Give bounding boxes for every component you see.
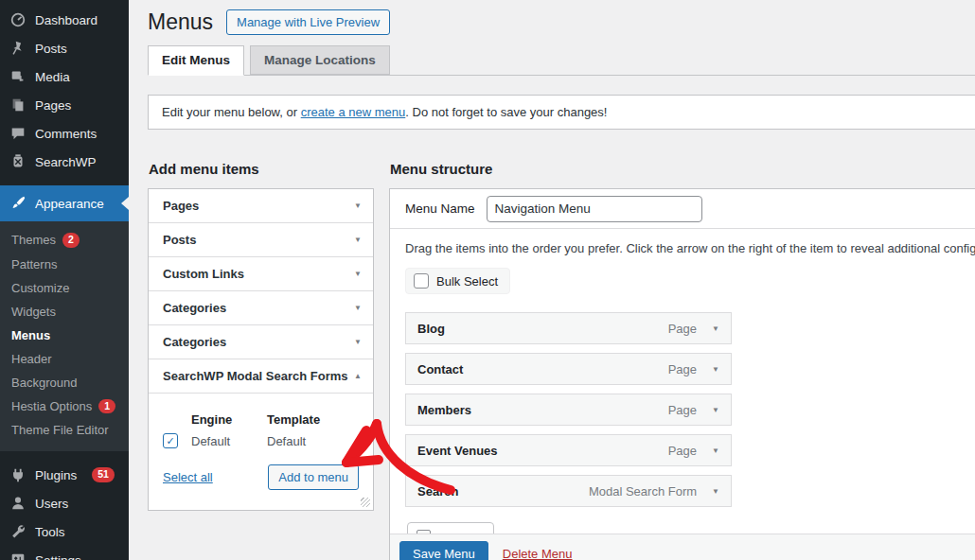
chevron-up-icon: ▲ <box>354 372 362 380</box>
menu-actions-footer: Save Menu Delete Menu <box>390 534 975 560</box>
user-icon <box>9 495 27 512</box>
accordion-categories-1[interactable]: Categories ▼ <box>149 291 373 325</box>
submenu-item-customize[interactable]: Customize <box>0 276 129 300</box>
menu-name-label: Menu Name <box>405 201 475 216</box>
sidebar-item-users[interactable]: Users <box>0 489 129 517</box>
chevron-down-icon: ▼ <box>354 270 362 278</box>
template-value: Default <box>267 434 359 448</box>
accordion-searchwp-modal-forms[interactable]: SearchWP Modal Search Forms ▲ <box>149 359 373 394</box>
sidebar-item-settings[interactable]: Settings <box>0 546 129 560</box>
menu-item-blog[interactable]: Blog Page ▼ <box>405 312 732 344</box>
menu-item-members[interactable]: Members Page ▼ <box>405 394 732 426</box>
drag-instructions: Drag the items into the order you prefer… <box>405 241 975 255</box>
engine-value: Default <box>191 434 267 448</box>
plugin-icon <box>9 466 27 483</box>
submenu-item-background[interactable]: Background <box>0 371 129 394</box>
template-column-header: Template <box>267 412 359 427</box>
tab-bar: Edit Menus Manage Locations <box>148 45 975 76</box>
submenu-item-patterns[interactable]: Patterns <box>0 253 129 276</box>
searchwp-forms-body: Engine Template ✓ Default Default Select… <box>149 394 373 510</box>
chevron-down-icon: ▼ <box>354 236 362 244</box>
page-title: Menus <box>148 9 213 35</box>
add-menu-items-heading: Add menu items <box>149 161 374 177</box>
select-all-link[interactable]: Select all <box>163 470 213 484</box>
submenu-item-header[interactable]: Header <box>0 347 129 371</box>
themes-update-badge: 2 <box>62 233 80 248</box>
menu-item-contact[interactable]: Contact Page ▼ <box>405 353 732 385</box>
submenu-item-widgets[interactable]: Widgets <box>0 300 129 324</box>
comment-icon <box>9 125 27 142</box>
bulk-select-toggle[interactable]: Bulk Select <box>405 268 510 294</box>
admin-sidebar: Dashboard Posts Media Pages <box>0 0 129 560</box>
resize-grip[interactable] <box>361 498 370 507</box>
sidebar-item-appearance[interactable]: Appearance <box>0 185 129 221</box>
menu-structure-panel: Menu Name Drag the items into the order … <box>389 188 975 560</box>
sidebar-item-label: Posts <box>35 42 67 56</box>
add-to-menu-button[interactable]: Add to menu <box>268 464 359 490</box>
menu-structure-heading: Menu structure <box>390 161 975 177</box>
plugins-update-badge: 51 <box>92 467 115 482</box>
chevron-down-icon: ▼ <box>354 338 362 346</box>
bulk-select-checkbox[interactable] <box>414 273 429 289</box>
accordion-posts[interactable]: Posts ▼ <box>149 223 373 257</box>
submenu-item-theme-file-editor[interactable]: Theme File Editor <box>0 418 129 442</box>
form-checkbox[interactable]: ✓ <box>163 433 178 448</box>
create-new-menu-link[interactable]: create a new menu <box>301 105 406 119</box>
accordion-categories-2[interactable]: Categories ▼ <box>149 325 373 359</box>
manage-live-preview-button[interactable]: Manage with Live Preview <box>226 9 390 35</box>
chevron-down-icon[interactable]: ▼ <box>712 406 719 414</box>
wordpress-admin: Dashboard Posts Media Pages <box>0 0 975 560</box>
sidebar-item-label: Media <box>35 70 70 84</box>
menu-item-search[interactable]: Search Modal Search Form ▼ <box>405 475 732 507</box>
sidebar-item-label: Appearance <box>35 197 104 211</box>
accordion-custom-links[interactable]: Custom Links ▼ <box>149 257 373 291</box>
bulk-select-label: Bulk Select <box>436 274 498 289</box>
pin-icon <box>9 40 27 57</box>
searchwp-icon <box>9 153 27 170</box>
dashboard-icon <box>9 11 27 28</box>
appearance-submenu: Themes 2 Patterns Customize Widgets Menu… <box>0 221 129 451</box>
sidebar-item-dashboard[interactable]: Dashboard <box>0 6 129 34</box>
sidebar-item-label: Comments <box>35 127 97 141</box>
sidebar-item-searchwp[interactable]: SearchWP <box>0 148 129 176</box>
delete-menu-link[interactable]: Delete Menu <box>503 547 573 560</box>
engine-column-header: Engine <box>191 412 267 427</box>
save-menu-button[interactable]: Save Menu <box>399 541 488 560</box>
main-content: Menus Manage with Live Preview Edit Menu… <box>129 0 975 560</box>
sliders-icon <box>9 551 27 560</box>
tab-manage-locations[interactable]: Manage Locations <box>250 45 390 75</box>
sidebar-item-plugins[interactable]: Plugins 51 <box>0 461 129 489</box>
hestia-update-badge: 1 <box>98 399 115 414</box>
menu-name-input[interactable] <box>487 196 702 222</box>
chevron-down-icon[interactable]: ▼ <box>712 365 719 374</box>
wrench-icon <box>9 523 27 540</box>
pages-icon <box>9 96 27 114</box>
menu-item-event-venues[interactable]: Event Venues Page ▼ <box>405 434 732 466</box>
sidebar-item-label: Dashboard <box>35 13 98 27</box>
tab-edit-menus[interactable]: Edit Menus <box>148 45 244 76</box>
sidebar-item-tools[interactable]: Tools <box>0 517 129 546</box>
media-icon <box>9 68 27 85</box>
chevron-down-icon: ▼ <box>354 304 362 312</box>
sidebar-item-posts[interactable]: Posts <box>0 34 129 62</box>
sidebar-item-label: Pages <box>35 98 71 113</box>
sidebar-item-label: SearchWP <box>35 155 97 169</box>
chevron-down-icon[interactable]: ▼ <box>712 446 719 455</box>
sidebar-item-media[interactable]: Media <box>0 62 129 91</box>
current-menu-arrow <box>121 197 129 210</box>
add-menu-items-panel: Pages ▼ Posts ▼ Custom Links ▼ Categorie… <box>148 188 374 511</box>
brush-icon <box>9 195 27 212</box>
submenu-item-menus[interactable]: Menus <box>0 324 129 347</box>
accordion-pages[interactable]: Pages ▼ <box>149 189 373 223</box>
chevron-down-icon[interactable]: ▼ <box>712 487 719 496</box>
submenu-item-themes[interactable]: Themes 2 <box>0 228 129 253</box>
chevron-down-icon[interactable]: ▼ <box>712 324 719 333</box>
edit-menu-notice: Edit your menu below, or create a new me… <box>148 95 975 130</box>
sidebar-item-comments[interactable]: Comments <box>0 119 129 148</box>
submenu-item-hestia-options[interactable]: Hestia Options 1 <box>0 394 129 419</box>
sidebar-item-pages[interactable]: Pages <box>0 91 129 119</box>
chevron-down-icon: ▼ <box>354 201 362 210</box>
menu-items-list: Blog Page ▼ Contact Page ▼ Members <box>405 312 732 507</box>
